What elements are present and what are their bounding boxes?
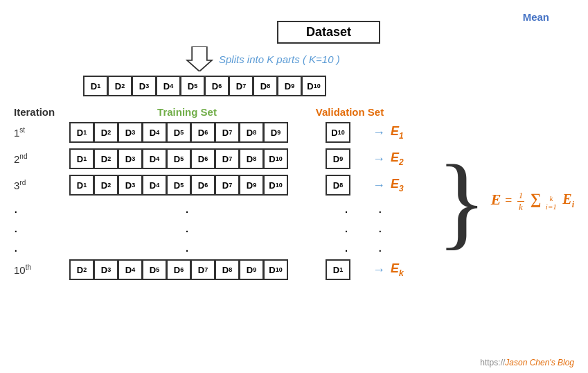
error-2: E2 bbox=[391, 150, 404, 167]
error-1: E1 bbox=[391, 124, 404, 141]
training-cells-1: D1 D2 D3 D4 D5 D6 D7 D8 D9 bbox=[69, 122, 305, 143]
top-cell-3: D3 bbox=[132, 76, 157, 96]
top-cell-6: D6 bbox=[204, 76, 229, 96]
top-cell-8: D8 bbox=[253, 76, 278, 96]
training-cells-2: D1 D2 D3 D4 D5 D6 D7 D8 D10 bbox=[69, 148, 305, 169]
training-cells-10: D2 D3 D4 D5 D6 D7 D8 D9 D10 bbox=[69, 259, 305, 280]
down-arrow-icon bbox=[186, 46, 213, 71]
watermark-prefix: https:// bbox=[480, 358, 505, 367]
svg-marker-0 bbox=[187, 46, 212, 71]
top-cell-1: D1 bbox=[83, 76, 108, 96]
arrow-right-1: → bbox=[373, 125, 385, 140]
header-validation: Validation Set bbox=[305, 106, 395, 118]
arrow-right-3: → bbox=[373, 178, 385, 193]
training-cells-3: D1 D2 D3 D4 D5 D6 D7 D9 D10 bbox=[69, 175, 305, 196]
top-cell-5: D5 bbox=[180, 76, 205, 96]
iter-row-1: 1st D1 D2 D3 D4 D5 D6 D7 D8 D9 D10 → E1 bbox=[14, 122, 574, 143]
iter-row-10: 10th D2 D3 D4 D5 D6 D7 D8 D9 D10 D1 → Ek bbox=[14, 259, 574, 280]
val-cells-2: D9 bbox=[326, 148, 367, 169]
iter-label-1: 1st bbox=[14, 126, 69, 139]
arrow-right-10: → bbox=[373, 263, 385, 277]
top-cell-7: D7 bbox=[229, 76, 253, 96]
header-training: Training Set bbox=[69, 106, 305, 118]
curly-brace-icon: } bbox=[437, 159, 487, 243]
formula-section: } E = 1 k ∑ k i=1 Ei bbox=[437, 159, 574, 243]
iter-label-2: 2nd bbox=[14, 153, 69, 165]
arrow-splits-row: Splits into K parts ( K=10 ) bbox=[186, 46, 574, 71]
iter-label-10: 10th bbox=[14, 263, 69, 276]
top-cell-10: D10 bbox=[301, 76, 326, 96]
iter-label-3: 3rd bbox=[14, 179, 69, 191]
top-cell-2: D2 bbox=[107, 76, 132, 96]
top-cell-9: D9 bbox=[277, 76, 302, 96]
headers-row: Iteration Training Set Validation Set bbox=[14, 106, 574, 118]
splits-text: Splits into K parts ( K=10 ) bbox=[219, 53, 340, 65]
error-3: E3 bbox=[391, 177, 404, 193]
error-10: Ek bbox=[391, 261, 404, 278]
watermark-blog: Jason Chen's Blog bbox=[505, 358, 574, 367]
formula-display: E = 1 k ∑ k i=1 Ei bbox=[491, 190, 574, 213]
arrow-right-2: → bbox=[373, 152, 385, 166]
header-iteration: Iteration bbox=[14, 106, 69, 118]
dataset-label: Dataset bbox=[306, 25, 351, 39]
main-diagram: Dataset Splits into K parts ( K=10 ) D1 … bbox=[0, 0, 588, 373]
top-data-row: D1 D2 D3 D4 D5 D6 D7 D8 D9 D10 bbox=[83, 76, 574, 96]
dataset-box: Dataset bbox=[277, 21, 380, 44]
val-cells-1: D10 bbox=[326, 122, 367, 143]
mean-label: Mean bbox=[523, 11, 549, 23]
watermark: https://Jason Chen's Blog bbox=[480, 358, 574, 367]
val-cells-3: D8 bbox=[326, 175, 367, 196]
val-cells-10: D1 bbox=[326, 259, 367, 280]
top-cell-4: D4 bbox=[156, 76, 181, 96]
